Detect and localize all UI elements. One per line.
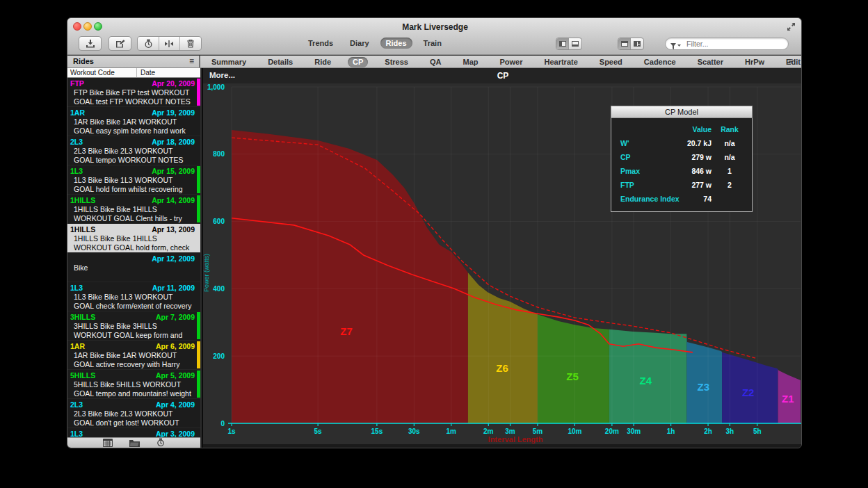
chart-tab-cp[interactable]: CP [348,57,368,67]
filter-field-wrap [665,37,789,49]
single-pane-icon[interactable] [618,38,631,49]
sidebar-footer [67,437,200,448]
x-tick-label: 2m [483,428,494,435]
manual-activity-button[interactable] [108,36,131,51]
stopwatch-icon[interactable] [138,37,159,50]
activity-actions-group [137,36,202,51]
x-tick-label: 5s [314,428,323,435]
sidebar-toggle-group [556,38,582,50]
folder-icon[interactable] [129,437,140,448]
stopwatch-icon[interactable] [156,437,165,448]
x-tick-label: 1m [447,428,457,435]
sidebar-header: Rides ≡ [67,56,200,67]
ride-list-item[interactable]: 3HILLSApr 7, 20093HILLS Bike Bike 3HILLS… [67,311,200,341]
x-tick-label: 15s [371,428,383,435]
chart-tab-scatter[interactable]: Scatter [693,57,728,67]
ride-description: FTP Bike Bike FTP test WORKOUT [70,88,195,97]
rides-sidebar: Workout Code Date FTPApr 20, 2009FTP Bik… [67,68,200,448]
filter-input[interactable] [665,38,789,50]
ride-list-item[interactable]: 2L3Apr 4, 20092L3 Bike Bike 2L3 WORKOUTG… [67,399,200,428]
x-tick-label: 3h [726,428,734,435]
fullscreen-icon[interactable] [787,22,796,31]
view-tab-train[interactable]: Train [418,38,447,49]
calendar-icon[interactable] [103,437,113,448]
cp-chart-panel: More... CP 1s5s15s30s1m2m3m5m10m20m30m1h… [202,68,802,448]
ride-date: Apr 7, 2009 [156,313,195,322]
zone-label-z3: Z3 [698,381,710,393]
app-window: Mark Liversedge TrendsDiaryRidesTrain [67,17,802,448]
chart-tab-heartrate[interactable]: Heartrate [540,57,583,67]
ride-list-item[interactable]: 1HILLSApr 13, 20091HILLS Bike Bike 1HILL… [67,224,200,253]
cp-model-cell: n/a [712,139,748,147]
ride-description: 1AR Bike Bike 1AR WORKOUT [70,351,195,360]
y-tick-label: 600 [213,218,225,225]
y-tick-label: 1,000 [207,83,225,91]
chart-tab-hrpw[interactable]: HrPw [740,57,769,67]
tiled-view-icon[interactable] [631,38,643,49]
chart-tab-cadence[interactable]: Cadence [639,57,681,67]
chart-menu-icon[interactable]: ≡ [788,56,793,66]
ride-date: Apr 13, 2009 [152,225,195,234]
ride-list-item[interactable]: 1L3Apr 3, 2009 [67,428,200,437]
sidebar-menu-icon[interactable]: ≡ [189,56,194,66]
column-workout-code[interactable]: Workout Code [67,68,137,77]
trash-icon[interactable] [180,37,201,50]
ride-list-item[interactable]: 1L3Apr 15, 20091L3 Bike Bike 1L3 WORKOUT… [67,165,200,195]
ride-list-item[interactable]: 1L3Apr 11, 20091L3 Bike Bike 1L3 WORKOUT… [67,282,200,311]
chart-bottom-strip [203,444,802,448]
cp-model-cell [712,195,748,203]
view-tab-trends[interactable]: Trends [303,38,339,49]
ride-color-ribbon [197,166,200,193]
cp-model-cell: Value [681,125,712,133]
cp-model-table-body: ValueRankW'20.7 kJn/aCP279 wn/aPmax846 w… [611,118,753,212]
cp-model-row: CP279 wn/a [611,150,752,164]
ride-description: GOAL test FTP WORKOUT NOTES [70,97,195,106]
tab-strip: Rides ≡ SummaryDetailsRideCPStressQAMapP… [67,56,802,68]
ride-description: GOAL hold form whilst recovering [70,185,195,194]
chart-tab-map[interactable]: Map [458,57,483,67]
chart-tab-power[interactable]: Power [495,57,527,67]
ride-date: Apr 15, 2009 [152,167,195,176]
sidebar-toggle-icon[interactable] [556,38,569,49]
split-icon[interactable] [159,37,180,50]
cp-model-table-header[interactable]: CP Model [611,106,753,118]
chart-tab-ride[interactable]: Ride [310,57,336,67]
cp-model-cell: 20.7 kJ [681,139,712,147]
ride-description: Bike [70,263,195,273]
ride-list-item[interactable]: 2L3Apr 18, 20092L3 Bike Bike 2L3 WORKOUT… [67,136,200,165]
ride-list-item[interactable]: 1HILLSApr 14, 20091HILLS Bike Bike 1HILL… [67,195,200,224]
ride-list-item[interactable]: FTPApr 20, 2009FTP Bike Bike FTP test WO… [67,78,200,107]
zone-label-z7: Z7 [340,325,353,337]
bottom-panel-icon[interactable] [569,38,581,49]
column-date[interactable]: Date [137,68,155,77]
ride-description: GOAL easy spim before hard work [70,127,195,136]
zone-area-z5 [538,314,609,423]
chart-tab-summary[interactable]: Summary [207,57,251,67]
chart-tab-details[interactable]: Details [263,57,298,67]
ride-color-ribbon [197,371,200,398]
view-switcher: TrendsDiaryRidesTrain [303,38,447,49]
ride-workout-code: 2L3 [70,400,83,409]
view-tab-diary[interactable]: Diary [344,38,375,49]
ride-workout-code: 5HILLS [70,371,95,380]
ride-list-item[interactable]: 5HILLSApr 5, 20095HILLS Bike 5HILLS WORK… [67,370,200,399]
chart-tab-stress[interactable]: Stress [380,57,413,67]
download-activity-button[interactable] [79,36,102,51]
list-column-header[interactable]: Workout Code Date [67,68,200,78]
cp-model-cell: W' [611,139,681,147]
chart-tab-qa[interactable]: QA [425,57,447,67]
ride-date: Apr 3, 2009 [156,430,195,437]
ride-list-item[interactable]: 1ARApr 19, 20091AR Bike Bike 1AR WORKOUT… [67,107,200,136]
ride-list-item[interactable]: Apr 12, 2009Bike [67,253,200,282]
ride-workout-code: 1HILLS [70,196,95,205]
x-tick-label: 2h [704,428,712,435]
ride-list-item[interactable]: 1ARApr 6, 20091AR Bike Bike 1AR WORKOUTG… [67,341,200,370]
download-icon [86,39,95,48]
ride-description: 2L3 Bike Bike 2L3 WORKOUT [70,147,195,156]
chart-tab-speed[interactable]: Speed [595,57,627,67]
cp-model-table: CP Model ValueRankW'20.7 kJn/aCP279 wn/a… [611,106,753,212]
ride-workout-code: 1AR [70,342,85,351]
ride-workout-code: 1L3 [70,167,83,176]
view-tab-rides[interactable]: Rides [380,38,412,49]
ride-date: Apr 12, 2009 [152,254,195,263]
